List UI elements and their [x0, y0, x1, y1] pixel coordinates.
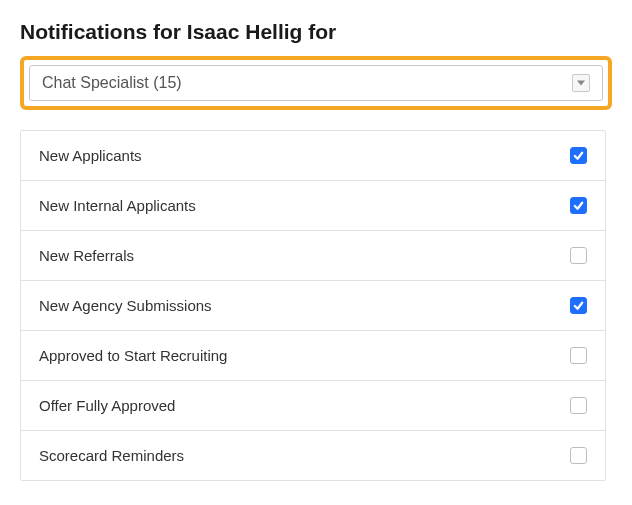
notification-checkbox[interactable]: [570, 247, 587, 264]
chevron-down-icon: [572, 74, 590, 92]
notification-label: New Internal Applicants: [39, 197, 196, 214]
notification-row: Scorecard Reminders: [21, 431, 605, 480]
page-title: Notifications for Isaac Hellig for: [20, 20, 612, 44]
job-select-value: Chat Specialist (15): [42, 74, 182, 92]
notification-row: Offer Fully Approved: [21, 381, 605, 431]
notification-row: New Referrals: [21, 231, 605, 281]
notification-row: New Applicants: [21, 131, 605, 181]
notification-label: New Referrals: [39, 247, 134, 264]
notification-list: New Applicants New Internal Applicants N…: [20, 130, 606, 481]
notification-label: Approved to Start Recruiting: [39, 347, 227, 364]
notification-row: Approved to Start Recruiting: [21, 331, 605, 381]
notification-row: New Agency Submissions: [21, 281, 605, 331]
notification-checkbox[interactable]: [570, 197, 587, 214]
job-select[interactable]: Chat Specialist (15): [29, 65, 603, 101]
notification-checkbox[interactable]: [570, 347, 587, 364]
notification-label: New Agency Submissions: [39, 297, 212, 314]
notification-label: Offer Fully Approved: [39, 397, 175, 414]
select-highlight-frame: Chat Specialist (15): [20, 56, 612, 110]
notification-label: New Applicants: [39, 147, 142, 164]
notification-checkbox[interactable]: [570, 447, 587, 464]
notification-checkbox[interactable]: [570, 297, 587, 314]
notification-label: Scorecard Reminders: [39, 447, 184, 464]
notification-row: New Internal Applicants: [21, 181, 605, 231]
notification-checkbox[interactable]: [570, 397, 587, 414]
notification-checkbox[interactable]: [570, 147, 587, 164]
